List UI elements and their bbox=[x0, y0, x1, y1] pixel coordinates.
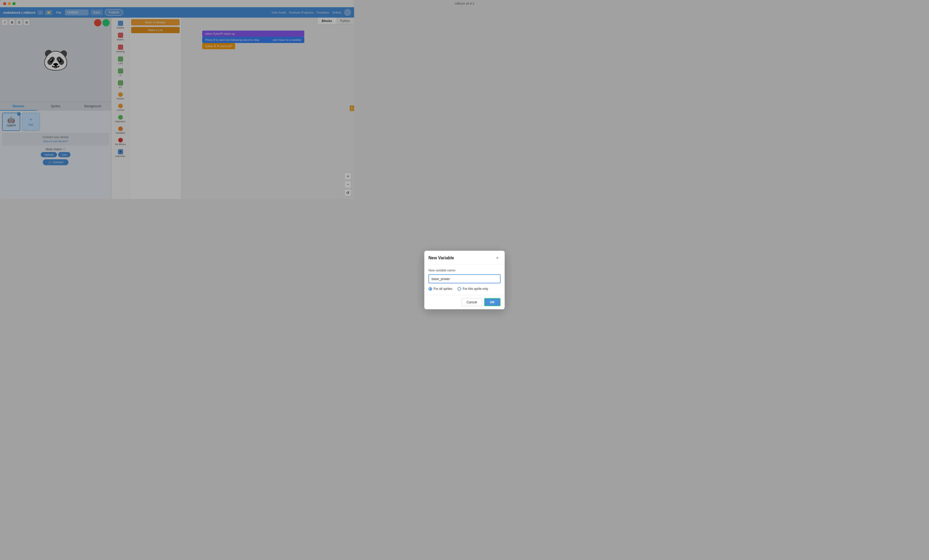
modal-overlay[interactable]: New Variable × New variable name: For al… bbox=[0, 0, 354, 199]
